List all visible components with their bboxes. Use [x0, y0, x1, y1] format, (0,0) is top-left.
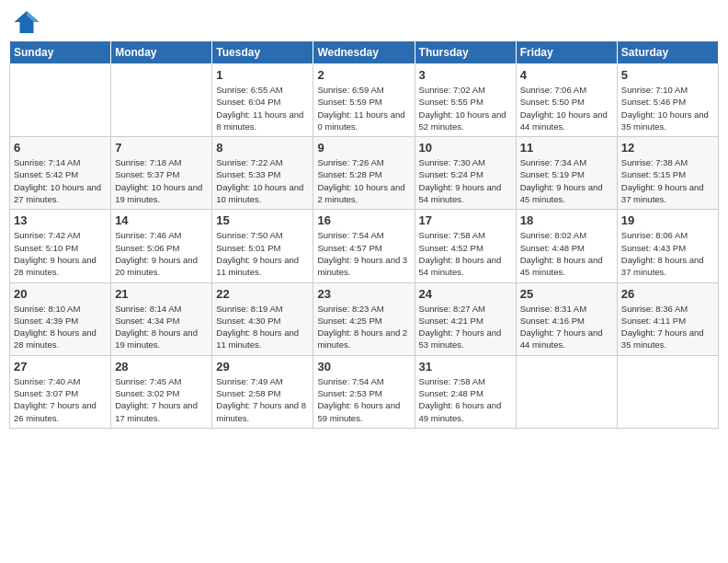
- calendar-cell: [617, 355, 718, 428]
- day-number: 22: [216, 287, 309, 301]
- day-number: 17: [419, 213, 512, 227]
- calendar-cell: 8Sunrise: 7:22 AM Sunset: 5:33 PM Daylig…: [212, 137, 313, 210]
- day-info: Sunrise: 7:40 AM Sunset: 3:07 PM Dayligh…: [14, 375, 107, 424]
- day-info: Sunrise: 7:06 AM Sunset: 5:50 PM Dayligh…: [520, 84, 613, 132]
- day-number: 16: [317, 213, 410, 227]
- calendar-cell: 4Sunrise: 7:06 AM Sunset: 5:50 PM Daylig…: [516, 64, 617, 137]
- day-number: 23: [317, 287, 410, 301]
- calendar-cell: 7Sunrise: 7:18 AM Sunset: 5:37 PM Daylig…: [111, 137, 212, 210]
- day-number: 30: [317, 360, 410, 373]
- day-number: 2: [317, 68, 410, 82]
- day-number: 29: [216, 360, 309, 373]
- day-number: 3: [419, 68, 512, 82]
- day-info: Sunrise: 7:18 AM Sunset: 5:37 PM Dayligh…: [115, 156, 208, 205]
- calendar-cell: 31Sunrise: 7:58 AM Sunset: 2:48 PM Dayli…: [415, 355, 516, 428]
- calendar-cell: 10Sunrise: 7:30 AM Sunset: 5:24 PM Dayli…: [415, 137, 516, 210]
- calendar-header-saturday: Saturday: [617, 41, 718, 64]
- calendar-cell: 27Sunrise: 7:40 AM Sunset: 3:07 PM Dayli…: [10, 355, 111, 428]
- day-info: Sunrise: 7:02 AM Sunset: 5:55 PM Dayligh…: [419, 84, 512, 132]
- calendar-cell: 5Sunrise: 7:10 AM Sunset: 5:46 PM Daylig…: [617, 64, 718, 137]
- calendar-week-row: 13Sunrise: 7:42 AM Sunset: 5:10 PM Dayli…: [10, 210, 719, 282]
- day-number: 11: [520, 141, 613, 155]
- calendar-header-tuesday: Tuesday: [212, 41, 313, 64]
- calendar-week-row: 6Sunrise: 7:14 AM Sunset: 5:42 PM Daylig…: [10, 137, 719, 210]
- day-number: 26: [621, 287, 714, 301]
- logo: [13, 9, 42, 35]
- calendar-cell: 12Sunrise: 7:38 AM Sunset: 5:15 PM Dayli…: [617, 137, 718, 210]
- calendar-cell: 2Sunrise: 6:59 AM Sunset: 5:59 PM Daylig…: [313, 64, 415, 137]
- day-number: 20: [14, 287, 107, 301]
- calendar-cell: 24Sunrise: 8:27 AM Sunset: 4:21 PM Dayli…: [415, 282, 516, 355]
- calendar-cell: 26Sunrise: 8:36 AM Sunset: 4:11 PM Dayli…: [617, 282, 718, 355]
- day-number: 18: [520, 213, 613, 227]
- calendar-cell: 21Sunrise: 8:14 AM Sunset: 4:34 PM Dayli…: [111, 282, 212, 355]
- day-number: 19: [621, 213, 714, 227]
- day-number: 28: [115, 360, 208, 373]
- page-header: [9, 9, 719, 35]
- day-info: Sunrise: 7:10 AM Sunset: 5:46 PM Dayligh…: [621, 84, 714, 132]
- day-info: Sunrise: 8:06 AM Sunset: 4:43 PM Dayligh…: [621, 229, 714, 278]
- day-number: 14: [115, 213, 208, 227]
- calendar-week-row: 20Sunrise: 8:10 AM Sunset: 4:39 PM Dayli…: [10, 282, 719, 355]
- day-info: Sunrise: 8:36 AM Sunset: 4:11 PM Dayligh…: [621, 303, 714, 351]
- calendar-header-wednesday: Wednesday: [313, 41, 415, 64]
- calendar-header-thursday: Thursday: [415, 41, 516, 64]
- calendar-cell: 17Sunrise: 7:58 AM Sunset: 4:52 PM Dayli…: [415, 210, 516, 282]
- day-info: Sunrise: 7:49 AM Sunset: 2:58 PM Dayligh…: [216, 375, 309, 424]
- day-info: Sunrise: 7:34 AM Sunset: 5:19 PM Dayligh…: [520, 156, 613, 205]
- calendar-header-monday: Monday: [111, 41, 212, 64]
- day-number: 21: [115, 287, 208, 301]
- day-info: Sunrise: 8:02 AM Sunset: 4:48 PM Dayligh…: [520, 229, 613, 278]
- day-number: 6: [14, 141, 107, 155]
- calendar-cell: 23Sunrise: 8:23 AM Sunset: 4:25 PM Dayli…: [313, 282, 415, 355]
- day-number: 12: [621, 141, 714, 155]
- day-info: Sunrise: 8:10 AM Sunset: 4:39 PM Dayligh…: [14, 303, 107, 351]
- calendar-cell: 22Sunrise: 8:19 AM Sunset: 4:30 PM Dayli…: [212, 282, 313, 355]
- calendar-cell: 30Sunrise: 7:54 AM Sunset: 2:53 PM Dayli…: [313, 355, 415, 428]
- day-info: Sunrise: 7:22 AM Sunset: 5:33 PM Dayligh…: [216, 156, 309, 205]
- calendar-cell: 29Sunrise: 7:49 AM Sunset: 2:58 PM Dayli…: [212, 355, 313, 428]
- day-info: Sunrise: 7:26 AM Sunset: 5:28 PM Dayligh…: [317, 156, 410, 205]
- day-number: 31: [419, 360, 512, 373]
- calendar-cell: [516, 355, 617, 428]
- day-info: Sunrise: 8:19 AM Sunset: 4:30 PM Dayligh…: [216, 303, 309, 351]
- day-info: Sunrise: 7:30 AM Sunset: 5:24 PM Dayligh…: [419, 156, 512, 205]
- day-info: Sunrise: 7:54 AM Sunset: 2:53 PM Dayligh…: [317, 375, 410, 424]
- calendar-cell: [111, 64, 212, 137]
- calendar-cell: 18Sunrise: 8:02 AM Sunset: 4:48 PM Dayli…: [516, 210, 617, 282]
- calendar-cell: 3Sunrise: 7:02 AM Sunset: 5:55 PM Daylig…: [415, 64, 516, 137]
- day-info: Sunrise: 7:14 AM Sunset: 5:42 PM Dayligh…: [14, 156, 107, 205]
- day-info: Sunrise: 8:31 AM Sunset: 4:16 PM Dayligh…: [520, 303, 613, 351]
- calendar-week-row: 27Sunrise: 7:40 AM Sunset: 3:07 PM Dayli…: [10, 355, 719, 428]
- day-number: 10: [419, 141, 512, 155]
- day-number: 7: [115, 141, 208, 155]
- day-number: 8: [216, 141, 309, 155]
- calendar-cell: 13Sunrise: 7:42 AM Sunset: 5:10 PM Dayli…: [10, 210, 111, 282]
- day-info: Sunrise: 7:45 AM Sunset: 3:02 PM Dayligh…: [115, 375, 208, 424]
- calendar-cell: 28Sunrise: 7:45 AM Sunset: 3:02 PM Dayli…: [111, 355, 212, 428]
- calendar-cell: 6Sunrise: 7:14 AM Sunset: 5:42 PM Daylig…: [10, 137, 111, 210]
- logo-icon: [13, 9, 40, 35]
- calendar-cell: 19Sunrise: 8:06 AM Sunset: 4:43 PM Dayli…: [617, 210, 718, 282]
- day-info: Sunrise: 8:27 AM Sunset: 4:21 PM Dayligh…: [419, 303, 512, 351]
- day-number: 27: [14, 360, 107, 373]
- calendar-header-row: SundayMondayTuesdayWednesdayThursdayFrid…: [10, 41, 719, 64]
- day-info: Sunrise: 6:55 AM Sunset: 6:04 PM Dayligh…: [216, 84, 309, 132]
- day-info: Sunrise: 7:58 AM Sunset: 4:52 PM Dayligh…: [419, 229, 512, 278]
- calendar-cell: 1Sunrise: 6:55 AM Sunset: 6:04 PM Daylig…: [212, 64, 313, 137]
- day-number: 13: [14, 213, 107, 227]
- day-info: Sunrise: 8:23 AM Sunset: 4:25 PM Dayligh…: [317, 303, 410, 351]
- calendar-header-sunday: Sunday: [10, 41, 111, 64]
- day-info: Sunrise: 7:38 AM Sunset: 5:15 PM Dayligh…: [621, 156, 714, 205]
- day-number: 4: [520, 68, 613, 82]
- day-number: 5: [621, 68, 714, 82]
- day-info: Sunrise: 8:14 AM Sunset: 4:34 PM Dayligh…: [115, 303, 208, 351]
- calendar-cell: 25Sunrise: 8:31 AM Sunset: 4:16 PM Dayli…: [516, 282, 617, 355]
- calendar-cell: [10, 64, 111, 137]
- day-info: Sunrise: 7:42 AM Sunset: 5:10 PM Dayligh…: [14, 229, 107, 278]
- day-number: 1: [216, 68, 309, 82]
- calendar-cell: 20Sunrise: 8:10 AM Sunset: 4:39 PM Dayli…: [10, 282, 111, 355]
- calendar-week-row: 1Sunrise: 6:55 AM Sunset: 6:04 PM Daylig…: [10, 64, 719, 137]
- day-number: 25: [520, 287, 613, 301]
- calendar-cell: 15Sunrise: 7:50 AM Sunset: 5:01 PM Dayli…: [212, 210, 313, 282]
